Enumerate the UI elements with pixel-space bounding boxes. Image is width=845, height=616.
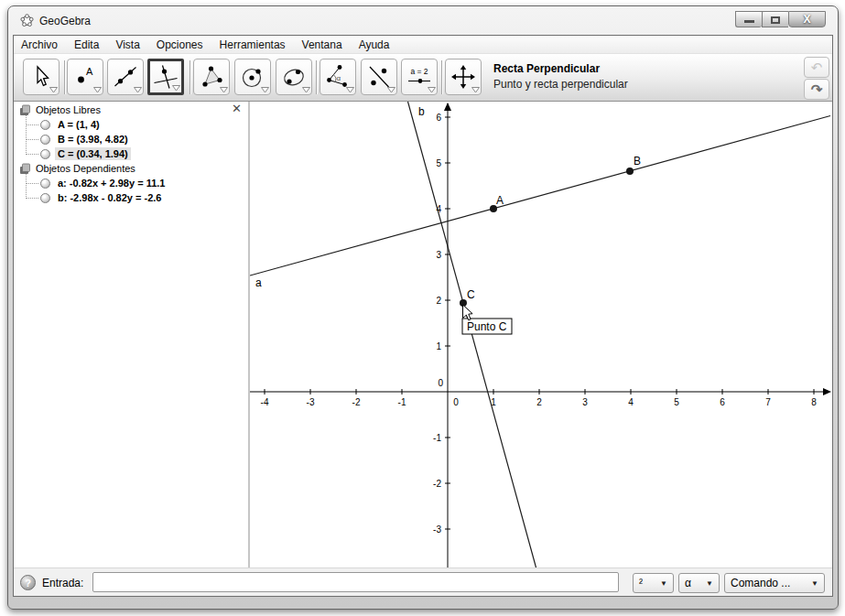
svg-text:A: A <box>86 66 93 77</box>
active-tool-title: Recta Perpendicular <box>493 62 600 75</box>
tooltip-text: Punto C <box>467 320 507 333</box>
window-title: GeoGebra <box>39 15 91 27</box>
tree-line <box>26 124 38 125</box>
graph-point-B[interactable] <box>626 168 634 175</box>
free-objects-header: Objetos Libres <box>14 103 248 117</box>
menu-edita[interactable]: Edita <box>66 38 107 51</box>
y-tick-label: -3 <box>433 524 441 535</box>
algebra-close-icon[interactable]: ✕ <box>232 103 242 115</box>
redo-button[interactable]: ↷ <box>804 79 829 100</box>
angle-tool-button[interactable]: α <box>320 59 356 95</box>
maximize-button[interactable] <box>762 11 788 27</box>
input-label: Entrada: <box>42 577 83 589</box>
minimize-icon <box>744 20 754 23</box>
tool-dropdown-icon[interactable] <box>93 87 102 93</box>
tool-dropdown-icon[interactable] <box>134 87 142 93</box>
chevron-down-icon: ▼ <box>811 579 818 588</box>
tool-dropdown-icon[interactable] <box>220 87 228 93</box>
perpendicular-line-tool-button[interactable] <box>147 59 184 95</box>
close-button[interactable]: X <box>788 11 826 27</box>
x-tick-label: 5 <box>674 397 679 407</box>
y-axis-arrow-icon <box>444 103 451 111</box>
undo-icon: ↶ <box>811 59 823 75</box>
entrada-input[interactable] <box>92 572 619 592</box>
tool-dropdown-icon[interactable] <box>346 87 354 93</box>
move-tool-button[interactable] <box>23 59 60 95</box>
toolbar-separator <box>64 60 65 94</box>
graph-point-label-A: A <box>496 194 504 207</box>
menu-ayuda[interactable]: Ayuda <box>351 38 398 51</box>
menu-bar: Archivo Edita Vista Opciones Herramienta… <box>14 36 832 54</box>
menu-archivo[interactable]: Archivo <box>14 38 66 51</box>
visibility-marble-icon[interactable] <box>40 193 50 203</box>
visibility-marble-icon[interactable] <box>40 120 50 130</box>
graph-point-label-B: B <box>634 155 641 168</box>
circle-tool-button[interactable] <box>234 59 271 95</box>
point-tool-button[interactable]: A <box>67 59 103 95</box>
tree-line <box>26 115 27 155</box>
tool-dropdown-icon[interactable] <box>302 87 310 93</box>
command-dropdown[interactable]: Comando ...▼ <box>724 573 825 593</box>
slider-tool-button[interactable]: a = 2 <box>401 59 438 95</box>
help-icon[interactable]: ? <box>20 575 36 590</box>
tool-dropdown-icon[interactable] <box>387 87 395 93</box>
geogebra-window: GeoGebra X Archivo Edita Vista Opciones … <box>7 5 839 610</box>
greek-letter-dropdown[interactable]: α▼ <box>678 573 720 593</box>
move-graphics-view-button[interactable] <box>445 59 482 95</box>
algebra-view-panel: ✕ Objetos Libres A = (1, 4) <box>14 102 250 567</box>
y-tick-label: 6 <box>436 113 441 123</box>
reflect-tool-button[interactable] <box>361 59 397 95</box>
y-tick-label: -2 <box>433 479 441 489</box>
tool-dropdown-icon[interactable] <box>471 87 480 93</box>
redo-icon: ↷ <box>811 81 823 97</box>
menu-ventana[interactable]: Ventana <box>294 38 351 51</box>
graph-point-label-C: C <box>467 288 475 301</box>
tool-dropdown-icon[interactable] <box>261 87 269 93</box>
tree-line <box>26 198 38 199</box>
undo-button[interactable]: ↶ <box>804 57 829 78</box>
exponent-dropdown[interactable]: ²▼ <box>633 573 674 593</box>
algebra-item-B[interactable]: B = (3.98, 4.82) <box>14 132 248 146</box>
toolbar-separator <box>316 60 317 94</box>
tree-line <box>26 174 27 199</box>
visibility-marble-icon[interactable] <box>40 135 50 145</box>
tree-line <box>26 139 38 140</box>
tool-dropdown-icon[interactable] <box>428 87 436 93</box>
menu-vista[interactable]: Vista <box>107 38 147 51</box>
x-tick-label: 4 <box>628 397 634 407</box>
x-tick-label: -1 <box>398 397 406 407</box>
y-tick-label: 0 <box>438 378 443 388</box>
x-tick-label: 3 <box>582 397 588 407</box>
algebra-item-A[interactable]: A = (1, 4) <box>14 117 248 132</box>
tree-line <box>26 154 38 155</box>
algebra-item-C[interactable]: C = (0.34, 1.94) <box>14 146 248 161</box>
graph-line-label-b: b <box>418 105 425 118</box>
y-tick-label: 3 <box>436 250 441 260</box>
x-tick-label: 7 <box>765 397 771 407</box>
ellipse-tool-button[interactable] <box>276 59 312 95</box>
polygon-tool-button[interactable] <box>193 59 230 95</box>
mouse-cursor-icon <box>463 305 473 320</box>
graphics-view[interactable]: -4-3-2-1012345678-3-2-10123456abABCPunto… <box>250 102 832 567</box>
geogebra-logo-icon <box>20 14 34 27</box>
algebra-item-line-b[interactable]: b: -2.98x - 0.82y = -2.6 <box>14 190 248 205</box>
y-tick-label: 5 <box>436 158 441 168</box>
graph-canvas[interactable]: -4-3-2-1012345678-3-2-10123456abABCPunto… <box>250 102 832 567</box>
menu-opciones[interactable]: Opciones <box>148 38 211 51</box>
x-tick-label: -3 <box>307 397 315 407</box>
dependent-objects-header: Objetos Dependientes <box>14 161 248 176</box>
visibility-marble-icon[interactable] <box>40 178 50 189</box>
graph-line-a[interactable] <box>250 116 830 276</box>
visibility-marble-icon[interactable] <box>40 149 50 159</box>
menu-herramientas[interactable]: Herramientas <box>211 38 294 51</box>
maximize-icon <box>771 16 780 24</box>
title-bar[interactable]: GeoGebra X <box>8 6 838 35</box>
toolbar-separator <box>441 60 442 94</box>
tool-dropdown-icon[interactable] <box>49 87 58 93</box>
algebra-item-line-a[interactable]: a: -0.82x + 2.98y = 11.1 <box>14 176 248 190</box>
minimize-button[interactable] <box>735 11 762 27</box>
tool-dropdown-icon[interactable] <box>172 85 180 92</box>
input-bar: ? Entrada: ²▼ α▼ Comando ...▼ <box>14 567 832 596</box>
line-tool-button[interactable] <box>107 59 144 95</box>
selected-item-highlight[interactable]: C = (0.34, 1.94) <box>55 147 131 160</box>
